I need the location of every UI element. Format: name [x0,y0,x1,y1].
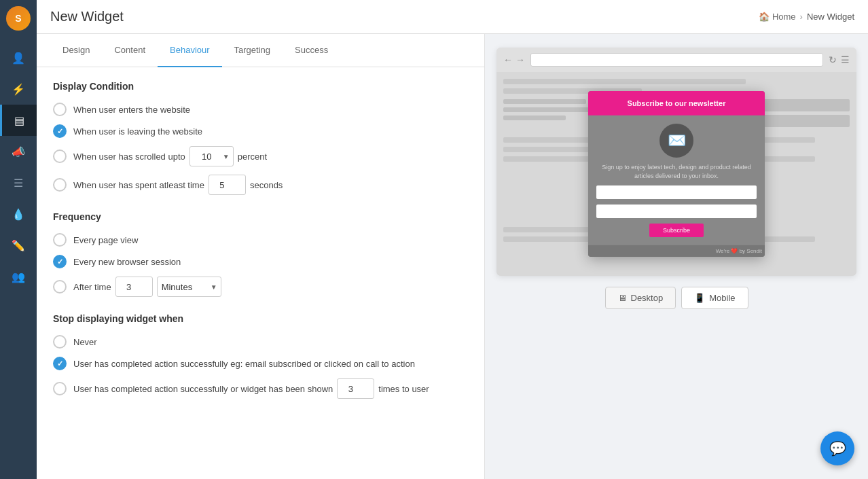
sc2-label: User has completed action successfully e… [73,359,415,369]
list-item: When user has spent atleast time seconds [53,175,468,195]
main-container: New Widget 🏠 Home › New Widget Design Co… [37,0,868,479]
mock-line [503,99,586,104]
radio-fr2[interactable] [53,255,67,268]
browser-nav: ← → [503,54,525,65]
panel-content: Display Condition When user enters the w… [37,67,484,429]
dc3-input-wrapper: 10 20 50 75 ▼ [189,146,234,166]
dc3-text-part: When user has scrolled upto [73,152,185,162]
popup-firstname-field[interactable] [596,185,757,199]
list-item: When user enters the website [53,103,468,116]
page-title: New Widget [50,9,124,24]
sidebar-item-lists[interactable]: ☰ [0,167,37,198]
desktop-view-button[interactable]: 🖥 Desktop [605,287,676,309]
list-item: Never [53,335,468,349]
radio-fr1[interactable] [53,233,67,247]
tab-design[interactable]: Design [50,34,102,67]
scroll-percent-select[interactable]: 10 20 50 75 [189,146,234,166]
preview-browser: ← → ↻ ☰ [496,48,856,276]
list-item: User has completed action successfully o… [53,378,468,399]
radio-fr3[interactable] [53,280,67,294]
chat-button[interactable]: 💬 [820,431,854,465]
drops-icon: 💧 [12,208,25,221]
dc1-label: When user enters the website [73,105,190,115]
radio-dc3[interactable] [53,149,67,163]
after-time-input[interactable] [115,277,153,297]
browser-url-bar[interactable] [530,53,823,67]
dc4-text-part: When user has spent atleast time [73,180,204,190]
popup-footer: We're ❤️ by Sendit [588,245,765,257]
tab-targeting[interactable]: Targeting [222,34,283,67]
radio-dc1[interactable] [53,103,67,116]
content-area: Design Content Behaviour Targeting Succe… [37,34,868,479]
popup-email-field[interactable] [596,205,757,218]
profile-icon: 👤 [12,52,25,65]
view-toggle: 🖥 Desktop 📱 Mobile [605,287,748,309]
radio-sc2[interactable] [53,357,67,370]
mock-line [503,116,566,120]
campaigns-icon: 📣 [12,145,25,158]
list-item: After time Minutes Hours Days ▼ [53,277,468,297]
tab-content[interactable]: Content [102,34,158,67]
tab-success[interactable]: Success [283,34,340,67]
sidebar-item-dashboard[interactable]: ⚡ [0,73,37,105]
sidebar-item-drops[interactable]: 💧 [0,198,37,230]
fr3-select-wrapper: Minutes Hours Days ▼ [157,277,221,297]
right-panel: ← → ↻ ☰ [485,34,868,479]
avatar-container: S [0,0,37,37]
menu-icon[interactable]: ☰ [841,54,850,65]
frequency-title: Frequency [53,211,468,222]
browser-chrome: ← → ↻ ☰ [496,48,856,72]
frequency-options: Every page view Every new browser sessio… [53,233,468,297]
sidebar: S 👤 ⚡ ▤ 📣 ☰ 💧 ✏️ 👥 [0,0,37,479]
dc4-suffix: seconds [250,180,283,190]
breadcrumb-current: New Widget [807,12,854,22]
fr1-label: Every page view [73,235,138,245]
user-avatar[interactable]: S [6,6,31,31]
stop-condition-title: Stop displaying widget when [53,313,468,324]
radio-dc4[interactable] [53,178,67,192]
back-icon[interactable]: ← [503,54,513,65]
sc3-label: User has completed action successfully o… [73,378,429,399]
mock-line [503,107,597,112]
tab-behaviour[interactable]: Behaviour [158,34,222,67]
sidebar-item-campaigns[interactable]: 📣 [0,136,37,167]
breadcrumb-home-label: Home [772,12,796,22]
lists-icon: ☰ [14,177,23,190]
sidebar-nav: 👤 ⚡ ▤ 📣 ☰ 💧 ✏️ 👥 [0,42,37,292]
dc4-label: When user has spent atleast time seconds [73,175,283,195]
breadcrumb-home-link[interactable]: 🏠 Home [759,12,796,22]
radio-sc1[interactable] [53,335,67,349]
sidebar-item-users[interactable]: 👥 [0,261,37,292]
radio-sc3[interactable] [53,382,67,395]
mobile-icon: 📱 [694,293,705,303]
browser-actions: ↻ ☰ [829,54,850,65]
sidebar-item-widgets[interactable]: ▤ [0,105,37,136]
desktop-icon: 🖥 [618,293,627,303]
sidebar-item-editor[interactable]: ✏️ [0,230,37,261]
refresh-icon[interactable]: ↻ [829,54,837,65]
list-item: When user has scrolled upto 10 20 50 75 … [53,146,468,166]
display-condition-title: Display Condition [53,81,468,92]
sc1-label: Never [73,337,97,347]
spent-time-input[interactable] [209,175,246,195]
tabs-bar: Design Content Behaviour Targeting Succe… [37,34,484,67]
sidebar-item-profile[interactable]: 👤 [0,42,37,73]
stop-condition-options: Never User has completed action successf… [53,335,468,399]
mobile-label: Mobile [709,293,735,303]
popup-body: ✉️ Sign up to enjoy latest tech, design … [588,116,765,245]
display-condition-section: Display Condition When user enters the w… [53,81,468,195]
breadcrumb-separator: › [800,12,803,22]
list-item: User has completed action successfully e… [53,357,468,370]
popup-subscribe-button[interactable]: Subscribe [649,224,704,237]
fr3-text-part: After time [73,282,111,292]
radio-dc2[interactable] [53,124,67,138]
time-unit-select[interactable]: Minutes Hours Days [157,277,221,297]
chat-icon: 💬 [829,440,846,457]
fr2-label: Every new browser session [73,257,181,267]
popup-envelope-icon: ✉️ [659,124,693,158]
forward-icon[interactable]: → [516,54,525,65]
mobile-view-button[interactable]: 📱 Mobile [681,287,748,309]
newsletter-popup: Subscribe to our newsletter ✉️ Sign up t… [588,91,765,257]
times-shown-input[interactable] [337,378,374,399]
sc3-text-part: User has completed action successfully o… [73,384,333,394]
